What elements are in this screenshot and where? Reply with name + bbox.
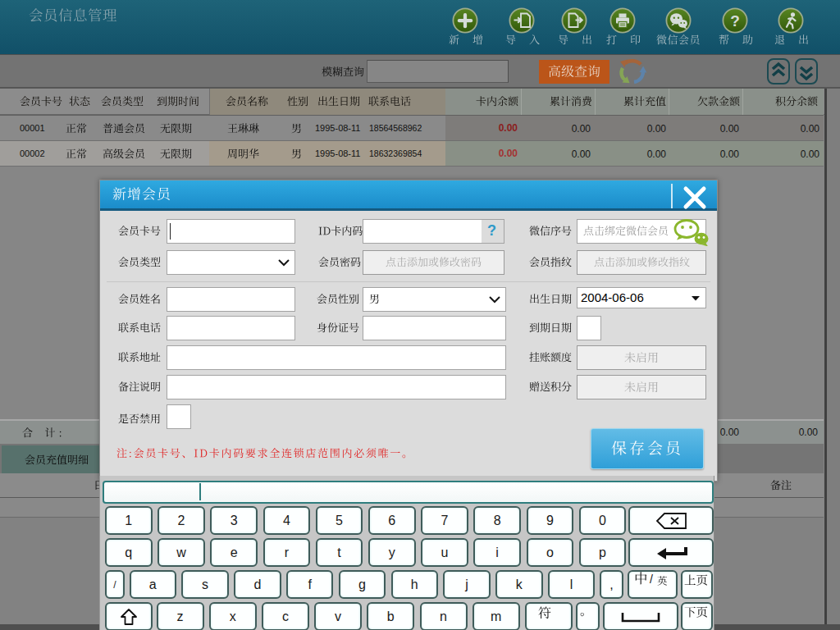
svg-text:?: ? [730,12,740,30]
